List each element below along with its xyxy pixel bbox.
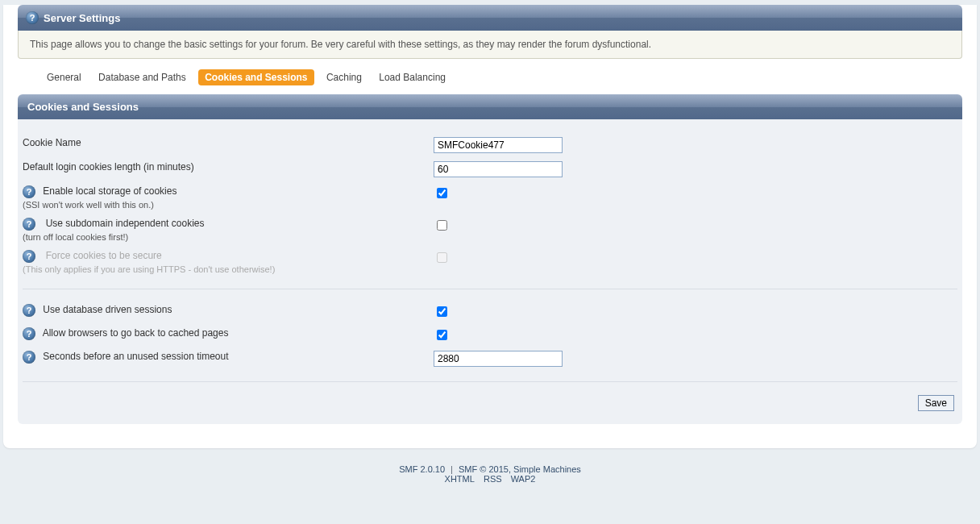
section-title: Cookies and Sessions <box>18 94 962 119</box>
footer-link-wap2[interactable]: WAP2 <box>511 474 536 484</box>
tab-load-balancing[interactable]: Load Balancing <box>374 69 451 85</box>
session-timeout-label: ? Seconds before an unused session timeo… <box>23 349 434 368</box>
divider <box>23 289 957 289</box>
help-icon[interactable]: ? <box>23 304 35 317</box>
footer: SMF 2.0.10 | SMF © 2015, Simple Machines… <box>0 455 980 503</box>
cookie-length-label: Default login cookies length (in minutes… <box>23 160 434 179</box>
footer-copyright-link[interactable]: SMF © 2015, Simple Machines <box>459 464 581 474</box>
secure-cookies-label: ? Force cookies to be secure (This only … <box>23 248 434 276</box>
page-description: This page allows you to change the basic… <box>18 31 962 59</box>
tab-caching[interactable]: Caching <box>322 69 367 85</box>
footer-link-xhtml[interactable]: XHTML <box>445 474 475 484</box>
help-icon[interactable]: ? <box>23 250 35 263</box>
footer-link-rss[interactable]: RSS <box>484 474 502 484</box>
save-button[interactable]: Save <box>918 395 954 411</box>
page-header: ? Server Settings <box>18 5 962 31</box>
global-cookies-checkbox[interactable] <box>437 220 447 231</box>
help-icon[interactable]: ? <box>23 327 35 340</box>
global-cookies-label: ? Use subdomain independent cookies (tur… <box>23 216 434 243</box>
browser-cache-label: ? Allow browsers to go back to cached pa… <box>23 326 434 344</box>
tab-general[interactable]: General <box>42 69 86 85</box>
footer-version-link[interactable]: SMF 2.0.10 <box>399 464 445 474</box>
divider <box>23 381 957 382</box>
cookie-name-label: Cookie Name <box>23 135 434 155</box>
tab-database-paths[interactable]: Database and Paths <box>93 69 191 85</box>
help-icon[interactable]: ? <box>23 185 35 198</box>
session-timeout-input[interactable] <box>434 351 563 367</box>
tab-cookies-sessions[interactable]: Cookies and Sessions <box>198 69 314 85</box>
local-cookies-label: ? Enable local storage of cookies (SSI w… <box>23 184 434 211</box>
database-sessions-checkbox[interactable] <box>437 306 447 317</box>
help-icon[interactable]: ? <box>23 351 35 364</box>
database-sessions-label: ? Use database driven sessions <box>23 302 434 321</box>
browser-cache-checkbox[interactable] <box>437 330 447 340</box>
page-title: Server Settings <box>44 12 120 24</box>
tab-bar: General Database and Paths Cookies and S… <box>18 69 962 86</box>
secure-cookies-checkbox <box>437 252 447 263</box>
help-icon[interactable]: ? <box>26 11 39 24</box>
cookie-name-input[interactable] <box>434 137 563 153</box>
help-icon[interactable]: ? <box>23 218 35 231</box>
local-cookies-checkbox[interactable] <box>437 188 447 198</box>
settings-panel: Cookie Name Default login cookies length… <box>18 119 962 424</box>
cookie-length-input[interactable] <box>434 161 563 177</box>
